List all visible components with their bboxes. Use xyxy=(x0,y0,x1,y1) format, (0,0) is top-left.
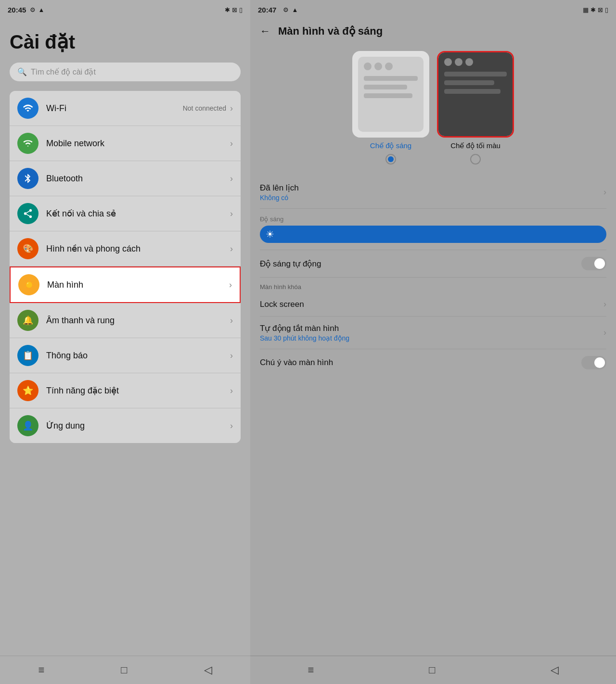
scheduled-chevron: › xyxy=(603,187,606,197)
apps-chevron: › xyxy=(230,421,233,431)
wallpaper-chevron: › xyxy=(230,244,233,254)
light-theme-preview xyxy=(352,51,429,138)
dark-theme-radio[interactable] xyxy=(470,154,481,165)
scheduled-sub: Không có xyxy=(260,194,299,202)
page-title: Cài đặt xyxy=(10,31,241,53)
settings-item-wallpaper[interactable]: 🎨 Hình nền và phong cách › xyxy=(10,231,241,266)
light-theme-radio[interactable] xyxy=(385,154,396,165)
wallpaper-label: Hình nền và phong cách xyxy=(46,243,230,254)
wifi-label: Wi-Fi xyxy=(46,103,183,114)
bluetooth-chevron: › xyxy=(230,174,233,184)
settings-item-apps[interactable]: 👤 Ứng dung › xyxy=(10,408,241,443)
vibrate-icon: ▦ xyxy=(583,6,589,13)
apps-label: Ứng dung xyxy=(46,420,230,431)
right-header-title: Màn hình và độ sáng xyxy=(278,25,383,38)
scheduled-row[interactable]: Đã lên lịch Không có › xyxy=(260,176,606,209)
special-chevron: › xyxy=(230,386,233,396)
settings-item-connection[interactable]: Kết nối và chia sẻ › xyxy=(10,196,241,231)
attentive-row[interactable]: Chú ý vào màn hình xyxy=(260,349,606,376)
settings-item-sound[interactable]: 🔔 Âm thanh và rung › xyxy=(10,303,241,338)
battery-icon: ▯ xyxy=(239,6,243,13)
wifi-chevron: › xyxy=(230,103,233,114)
dark-theme-preview xyxy=(437,51,514,138)
left-time: 20:45 xyxy=(8,6,26,14)
lock-screen-chevron: › xyxy=(603,299,606,309)
right-nav-home-icon[interactable]: □ xyxy=(429,664,435,676)
right-bt-icon: ✱ xyxy=(590,6,596,13)
display-chevron: › xyxy=(229,280,232,290)
right-battery-icon: ▯ xyxy=(605,6,608,13)
left-bottom-nav: ≡ □ ◁ xyxy=(0,656,250,684)
search-icon: 🔍 xyxy=(17,67,27,76)
bluetooth-label: Bluetooth xyxy=(46,174,230,184)
light-theme-label: Chế độ sáng xyxy=(370,141,411,150)
lock-screen-title: Lock screen xyxy=(260,300,304,309)
sound-label: Âm thanh và rung xyxy=(46,316,230,326)
right-status-bar: 20:47 ⚙ ▲ ▦ ✱ ⊠ ▯ xyxy=(250,0,616,19)
left-panel: 20:45 ⚙ ▲ ✱ ⊠ ▯ Cài đặt 🔍 Tìm chế độ cài… xyxy=(0,0,250,684)
settings-item-mobile[interactable]: Mobile network › xyxy=(10,126,241,161)
auto-brightness-toggle[interactable] xyxy=(581,257,606,270)
auto-brightness-title: Độ sáng tự động xyxy=(260,259,321,269)
theme-selector: Chế độ sáng xyxy=(260,51,606,165)
display-label: Màn hình xyxy=(47,280,229,290)
mobile-icon xyxy=(17,133,38,154)
back-button[interactable]: ← xyxy=(260,25,270,38)
wallpaper-icon: 🎨 xyxy=(17,238,38,259)
attentive-toggle[interactable] xyxy=(581,356,606,369)
settings-item-wifi[interactable]: Wi-Fi Not connected › xyxy=(10,91,241,126)
notif-chevron: › xyxy=(230,351,233,361)
brightness-slider[interactable]: ☀ xyxy=(260,226,606,243)
settings-item-bluetooth[interactable]: Bluetooth › xyxy=(10,161,241,196)
light-theme-radio-dot xyxy=(388,156,394,162)
lock-screen-section-label: Màn hình khóa xyxy=(260,278,606,292)
wifi-icon xyxy=(17,98,38,119)
search-bar[interactable]: 🔍 Tìm chế độ cài đặt xyxy=(10,63,241,81)
scheduled-title: Đã lên lịch xyxy=(260,183,299,193)
apps-icon: 👤 xyxy=(17,415,38,436)
auto-brightness-row[interactable]: Độ sáng tự động xyxy=(260,250,606,278)
auto-off-sub: Sau 30 phút không hoạt động xyxy=(260,334,349,342)
theme-option-light[interactable]: Chế độ sáng xyxy=(352,51,429,165)
lock-screen-row[interactable]: Lock screen › xyxy=(260,292,606,317)
special-icon: ⭐ xyxy=(17,380,38,401)
notif-icon: 📋 xyxy=(17,345,38,366)
settings-item-notif[interactable]: 📋 Thông báo › xyxy=(10,338,241,373)
dark-theme-label: Chế độ tối màu xyxy=(450,141,500,150)
settings-item-display[interactable]: ☀️ Màn hình › xyxy=(10,266,241,303)
right-status-right: ▦ ✱ ⊠ ▯ xyxy=(583,6,608,13)
right-status-left: 20:47 ⚙ ▲ xyxy=(258,6,298,14)
auto-off-row[interactable]: Tự động tắt màn hình Sau 30 phút không h… xyxy=(260,317,606,349)
theme-option-dark[interactable]: Chế độ tối màu xyxy=(437,51,514,165)
right-signal-icon: ⊠ xyxy=(598,6,603,13)
right-time: 20:47 xyxy=(258,6,276,14)
connection-chevron: › xyxy=(230,209,233,219)
nav-menu-icon[interactable]: ≡ xyxy=(38,664,44,676)
brightness-row: Độ sáng ☀ xyxy=(260,209,606,250)
wifi-status: Not connected xyxy=(183,104,226,112)
mobile-label: Mobile network xyxy=(46,139,230,149)
sound-icon: 🔔 xyxy=(17,310,38,331)
right-nav-menu-icon[interactable]: ≡ xyxy=(308,664,314,676)
brightness-sun-icon: ☀ xyxy=(266,228,274,240)
attentive-knob xyxy=(594,357,605,368)
right-settings-icon: ⚙ xyxy=(283,6,289,13)
left-status-right: ✱ ⊠ ▯ xyxy=(225,6,243,13)
search-placeholder: Tìm chế độ cài đặt xyxy=(31,67,96,76)
auto-brightness-knob xyxy=(594,258,605,269)
warning-icon: ▲ xyxy=(38,6,44,13)
attentive-title: Chú ý vào màn hình xyxy=(260,358,333,367)
right-content: Chế độ sáng xyxy=(250,43,616,656)
left-content: Cài đặt 🔍 Tìm chế độ cài đặt Wi-Fi Not c… xyxy=(0,19,250,656)
nav-home-icon[interactable]: □ xyxy=(121,664,127,676)
special-label: Tính năng đặc biệt xyxy=(46,385,230,396)
right-nav-back-icon[interactable]: ◁ xyxy=(551,664,559,676)
right-panel: 20:47 ⚙ ▲ ▦ ✱ ⊠ ▯ ← Màn hình và độ sáng xyxy=(250,0,616,684)
right-warning-icon: ▲ xyxy=(292,6,298,13)
nav-back-icon[interactable]: ◁ xyxy=(204,664,212,676)
right-bottom-nav: ≡ □ ◁ xyxy=(250,656,616,684)
settings-item-special[interactable]: ⭐ Tính năng đặc biệt › xyxy=(10,373,241,408)
left-status-bar: 20:45 ⚙ ▲ ✱ ⊠ ▯ xyxy=(0,0,250,19)
brightness-label: Độ sáng xyxy=(260,215,606,223)
left-status-icons: ⚙ ▲ xyxy=(30,6,44,13)
